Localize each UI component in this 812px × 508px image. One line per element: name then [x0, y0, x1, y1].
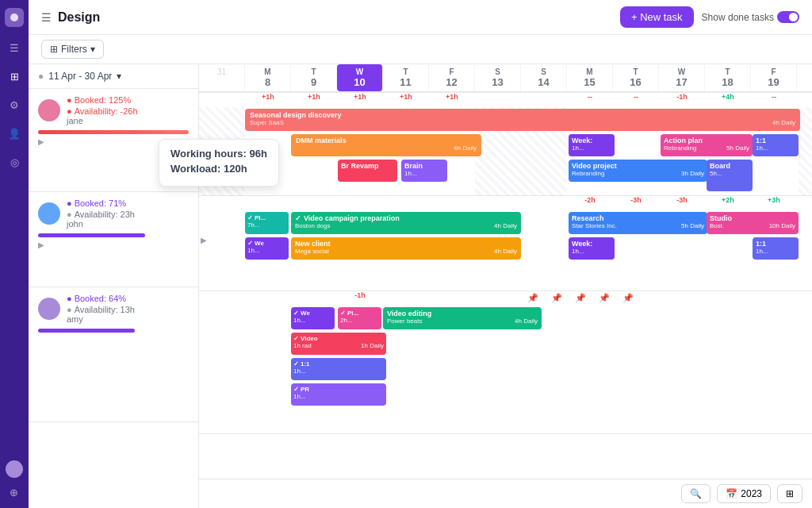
sidebar-icon-menu[interactable]: ☰: [6, 40, 22, 56]
header-cell-t18: T18: [705, 64, 751, 91]
chevron-john[interactable]: ▶: [201, 236, 207, 244]
filters-button[interactable]: ⊞ Filters ▾: [41, 40, 104, 59]
task-pl-john[interactable]: ✓Pl... 7h...: [245, 212, 289, 234]
tooltip-workload: Workload: 120h: [170, 163, 267, 175]
task-pi-amy[interactable]: ✓Pi... 2h...: [338, 307, 381, 329]
pin-icon: 📌: [569, 293, 592, 303]
show-done-toggle[interactable]: [777, 11, 799, 23]
booked-stat-jane: ● Booked: 125%: [67, 95, 138, 105]
filterbar: ⊞ Filters ▾: [29, 35, 812, 64]
avail-stat-jane: ● Availability: -26h: [67, 106, 138, 116]
user-info-amy: ● Booked: 64% ● Availability: 13h amy: [67, 294, 135, 324]
overflow-row-john: -2h -3h -3h +2h +3h -5h: [199, 196, 812, 210]
sidebar-logo[interactable]: [5, 8, 24, 27]
pin-icon: 📌: [521, 293, 545, 303]
task-studio-john[interactable]: Studio Bost. 10h Daily: [707, 212, 799, 234]
user-header-jane: ● Booked: 125% ● Availability: -26h jane: [38, 95, 189, 125]
user-info-jane: ● Booked: 125% ● Availability: -26h jane: [67, 95, 138, 125]
tooltip-popup: Working hours: 96h Workload: 120h: [159, 139, 279, 187]
avail-stat-john: ● Availability: 23h: [67, 210, 135, 219]
task-new-client[interactable]: New client Mega social 4h Daily: [291, 237, 521, 260]
header-cell-t11: T11: [383, 64, 429, 91]
task-research-john[interactable]: Research Star Stories Inc. 5h Daily: [569, 212, 707, 234]
calendar-button[interactable]: 📅 2023: [717, 484, 771, 503]
date-range[interactable]: ● 11 Apr - 30 Apr ▾: [29, 64, 198, 89]
task-1-1-john[interactable]: 1:1 1h...: [753, 237, 799, 260]
task-seasonal-design[interactable]: Seasonal design discovery Super SaaS 4h …: [245, 109, 800, 131]
sidebar-icon-person[interactable]: 👤: [6, 125, 22, 141]
header-cell-t9: T9: [291, 64, 337, 91]
pin-row-amy: 📌 📌 📌 📌 📌: [521, 293, 640, 303]
overflow-t18-jane: +4h: [705, 93, 751, 107]
username-jane: jane: [67, 116, 138, 125]
sidebar-icon-settings[interactable]: ⚙: [6, 97, 22, 113]
header-cell-w17: W17: [659, 64, 705, 91]
calendar-area: ● 11 Apr - 30 Apr ▾ ● Booked: 125%: [29, 64, 812, 508]
header-cell-s20: S20: [797, 64, 812, 91]
progress-bar-john: [38, 233, 145, 237]
task-week-1h-jane[interactable]: Week: 1h...: [569, 134, 615, 156]
overflow-t16-jane: --: [613, 93, 659, 107]
hatch-s20-jane: [799, 107, 812, 196]
task-we-john[interactable]: ✓We 1h...: [245, 237, 289, 260]
header-cell-f19: F19: [751, 64, 797, 91]
sidebar-bottom: ⊕: [6, 460, 23, 500]
task-video-editing[interactable]: Video editing Power beats 4h Daily: [383, 307, 542, 329]
chevron-right-icon[interactable]: ▶: [38, 241, 44, 249]
sidebar-icon-add-user[interactable]: ⊕: [6, 484, 21, 500]
task-video-campaign[interactable]: ✓ Video campaign preparation Boston dogs…: [291, 212, 521, 234]
hamburger-icon[interactable]: ☰: [41, 11, 52, 24]
user-header-amy: ● Booked: 64% ● Availability: 13h amy: [38, 294, 189, 324]
header-cell-t16: T16: [613, 64, 659, 91]
sidebar-icon-bell[interactable]: ◎: [6, 154, 22, 170]
chevron-right-icon[interactable]: ▶: [38, 137, 44, 146]
user-stats-jane: ● Booked: 125% ● Availability: -26h: [67, 95, 138, 116]
new-task-button[interactable]: + New task: [620, 6, 694, 28]
grid-view-button[interactable]: ⊞: [777, 484, 802, 503]
username-amy: amy: [67, 314, 135, 324]
overflow-w17-jane: -1h: [659, 93, 705, 107]
header-cell-s7: 31: [199, 64, 245, 91]
task-pr-amy[interactable]: ✓PR 1h...: [291, 383, 386, 406]
task-1-1-jane[interactable]: 1:1 1h...: [753, 134, 799, 156]
sidebar-user-avatar[interactable]: [6, 460, 23, 478]
page-title: Design: [58, 10, 100, 25]
topbar-right: + New task Show done tasks: [620, 6, 799, 28]
topbar: ☰ Design + New task Show done tasks: [29, 0, 812, 35]
header-cell-m15: M15: [567, 64, 613, 91]
task-video-project[interactable]: Video project Rebranding 3h Daily: [569, 160, 707, 182]
overflow-t9-jane: +1h: [291, 93, 337, 107]
pin-icon: 📌: [592, 293, 616, 303]
overflow-m15-jane: --: [567, 93, 613, 107]
avail-stat-amy: ● Availability: 13h: [67, 305, 135, 314]
header-cell-w10: W10: [337, 64, 383, 91]
overflow-f12-jane: +1h: [429, 93, 475, 107]
task-action-plan[interactable]: Action plan Rebranding 5h Daily: [661, 134, 753, 156]
avatar-jane: [38, 99, 60, 121]
task-we-amy[interactable]: ✓We 1h...: [291, 307, 335, 329]
pin-icon: 📌: [616, 293, 640, 303]
tooltip-working-hours: Working hours: 96h: [170, 148, 267, 160]
show-avail-john: ▶: [38, 241, 189, 249]
task-1-1-amy[interactable]: ✓1:1 1h...: [291, 358, 386, 380]
task-brain[interactable]: Brain 1h...: [401, 160, 447, 182]
task-video-amy[interactable]: ✓Video 1h rad 1h Daily: [291, 333, 386, 355]
zoom-out-button[interactable]: 🔍: [681, 484, 710, 503]
filter-icon: ⊞: [50, 44, 58, 55]
username-john: john: [67, 219, 135, 229]
grid-body: +1h +1h +1h +1h +1h -- -- -1h +4h --: [199, 93, 812, 479]
booked-stat-john: ● Booked: 71%: [67, 198, 135, 208]
header-cell-f12: F12: [429, 64, 475, 91]
task-week-john-m15[interactable]: Week: 1h...: [569, 237, 615, 260]
task-dmm-materials[interactable]: DMM materials 4h Daily: [291, 134, 481, 156]
sidebar-icon-grid[interactable]: ⊞: [6, 68, 22, 84]
task-brand-revamp[interactable]: Br Revamp: [338, 160, 397, 182]
user-info-john: ● Booked: 71% ● Availability: 23h john: [67, 198, 135, 229]
grid-header: 31 M8 T9 W10 T11 F12 S13 S14 M15 T16 W17…: [199, 64, 812, 93]
task-board-jane[interactable]: Board 5h...: [707, 160, 753, 191]
chevron-down-icon: ▾: [117, 71, 121, 82]
svg-point-0: [10, 13, 18, 21]
header-cell-m8: M8: [245, 64, 291, 91]
progress-bar-amy: [38, 329, 135, 333]
john-grid-row: -2h -3h -3h +2h +3h -5h: [199, 196, 812, 291]
